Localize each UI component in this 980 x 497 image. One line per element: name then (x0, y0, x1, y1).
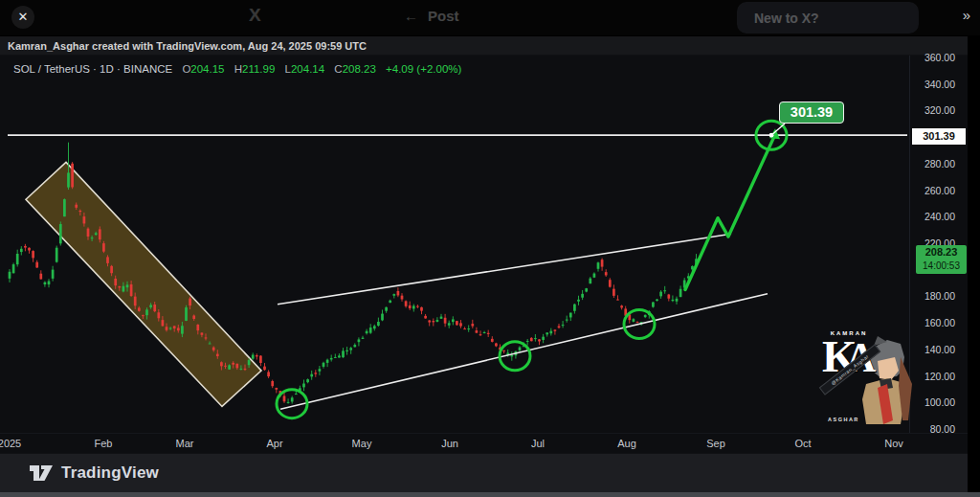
price-tick: 160.00 (898, 317, 955, 328)
downtrend-channel (26, 162, 261, 406)
price-tick: 180.00 (898, 290, 955, 302)
candle-countdown: 14:00:53 (916, 260, 967, 272)
time-axis-label: Jul (531, 438, 545, 449)
time-axis-label: Nov (884, 438, 903, 449)
time-axis-label: 2025 (0, 438, 21, 449)
viewer-topbar: ✕ X ← Post New to X? » (0, 0, 980, 35)
watermark-name-bottom: ASGHAR (828, 417, 859, 422)
tradingview-footer: TradingView (0, 453, 968, 493)
tradingview-brand[interactable]: TradingView (29, 463, 159, 484)
high-value: 211.99 (242, 63, 275, 75)
new-to-x-panel: New to X? (737, 2, 919, 34)
price-tick: 320.00 (898, 104, 955, 116)
price-tick: 260.00 (898, 185, 955, 196)
symbol-legend: SOL / TetherUS · 1D · BINANCE O204.15 H2… (13, 63, 461, 75)
change-value: +4.09 (+2.00%) (386, 63, 461, 75)
time-axis-label: Mar (176, 438, 194, 449)
tradingview-logo-icon (29, 463, 54, 484)
new-to-x-label: New to X? (754, 11, 819, 26)
lower-trendline (280, 294, 768, 410)
close-value: 208.23 (343, 63, 376, 75)
last-price-value: 208.23 (916, 245, 967, 260)
close-label: C (334, 63, 342, 75)
price-tick: 240.00 (898, 211, 955, 222)
tradingview-wordmark: TradingView (61, 463, 159, 483)
high-label: H (234, 63, 242, 75)
open-label: O (182, 63, 190, 75)
target-price-axis-box: 301.39 (912, 128, 966, 145)
next-image-chevron-icon[interactable]: » (963, 7, 969, 23)
low-value: 204.14 (291, 63, 324, 75)
chart-plot-area[interactable]: SOL / TetherUS · 1D · BINANCE O204.15 H2… (0, 56, 968, 433)
time-axis-label: Feb (95, 438, 113, 449)
chart-attribution: Kamran_Asghar created with TradingView.c… (0, 36, 968, 56)
price-tick: 340.00 (898, 79, 955, 90)
price-tick: 360.00 (898, 52, 955, 63)
target-price-label[interactable]: 301.39 (779, 102, 844, 124)
symbol-title: SOL / TetherUS · 1D · BINANCE (13, 63, 172, 75)
time-axis-label: Oct (794, 438, 811, 449)
price-tick: 280.00 (898, 158, 955, 169)
close-icon[interactable]: ✕ (11, 6, 34, 29)
time-axis-label: May (352, 438, 372, 449)
time-axis[interactable]: 2025FebMarAprMayJunJulAugSepOctNov (0, 433, 968, 453)
viewer-bottom-strip (0, 492, 980, 497)
kamran-watermark: KAMRAN KA @Kamran_Asghar ASGHAR (820, 328, 914, 430)
projection-line (685, 134, 775, 289)
x-logo-icon: X (249, 5, 260, 26)
time-axis-label: Jun (441, 438, 458, 449)
open-value: 204.15 (190, 63, 224, 75)
upper-trendline (278, 234, 731, 304)
tradingview-chart-image[interactable]: Kamran_Asghar created with TradingView.c… (0, 36, 968, 493)
time-axis-label: Sep (706, 438, 725, 449)
time-axis-label: Apr (266, 438, 282, 449)
x-media-viewer: ✕ X ← Post New to X? » Kamran_Asghar cre… (0, 0, 980, 497)
character-face (878, 357, 899, 380)
time-axis-label: Aug (617, 438, 636, 449)
post-title: Post (428, 8, 459, 24)
back-arrow-icon[interactable]: ← (404, 8, 418, 24)
target-callout-line (771, 124, 785, 135)
target-anchor-dot (769, 133, 774, 138)
last-price-badge: 208.23 14:00:53 (916, 245, 967, 274)
